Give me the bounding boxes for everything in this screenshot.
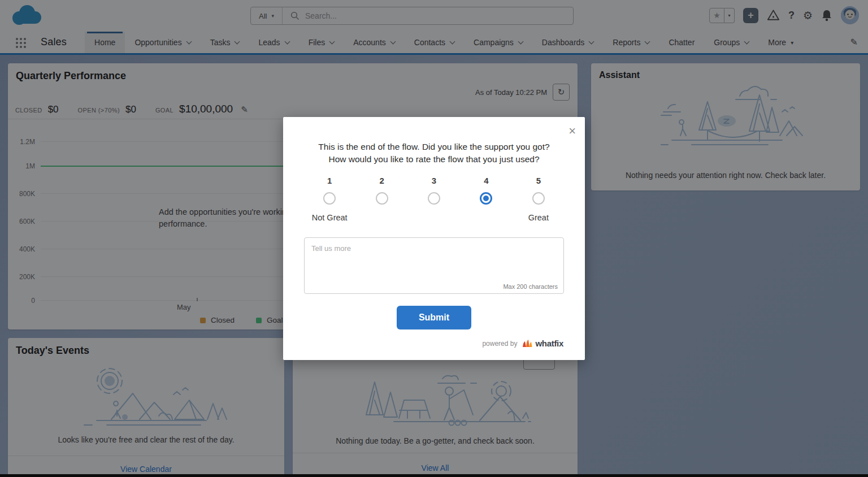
max-characters-note: Max 200 characters [503, 283, 558, 290]
whatfix-flame-icon [522, 339, 534, 348]
close-icon[interactable]: × [568, 125, 576, 137]
rating-scale: 1 Not Great 2 3 4 5 Grea [303, 176, 565, 223]
powered-by-label: powered by [482, 340, 517, 348]
whatfix-survey-modal: × This is the end of the flow. Did you l… [283, 117, 585, 360]
feedback-textarea-box: Max 200 characters [304, 237, 564, 294]
whatfix-brand-text: whatfix [535, 339, 563, 348]
rating-radio-4-selected[interactable] [480, 192, 492, 205]
screen: All ▾ ★ ▾ + ? ⚙ [0, 0, 868, 477]
high-label: Great [528, 213, 549, 223]
rating-radio-5[interactable] [532, 192, 545, 205]
rating-radio-2[interactable] [376, 192, 388, 205]
whatfix-logo: whatfix [522, 339, 563, 348]
rating-option-4: 4 [460, 176, 512, 223]
rating-option-2: 2 [355, 176, 407, 223]
rating-radio-1[interactable] [323, 192, 336, 205]
rating-option-5: 5 Great [513, 176, 565, 223]
feedback-textarea[interactable] [305, 238, 563, 279]
rating-radio-3[interactable] [428, 192, 440, 205]
submit-button[interactable]: Submit [397, 306, 471, 329]
screen-bottom-edge [0, 474, 868, 477]
powered-by-row: powered by whatfix [482, 339, 563, 348]
rating-option-3: 3 [408, 176, 460, 223]
survey-question: This is the end of the flow. Did you lik… [283, 141, 585, 166]
low-label: Not Great [312, 213, 348, 223]
rating-option-1: 1 Not Great [303, 176, 355, 223]
